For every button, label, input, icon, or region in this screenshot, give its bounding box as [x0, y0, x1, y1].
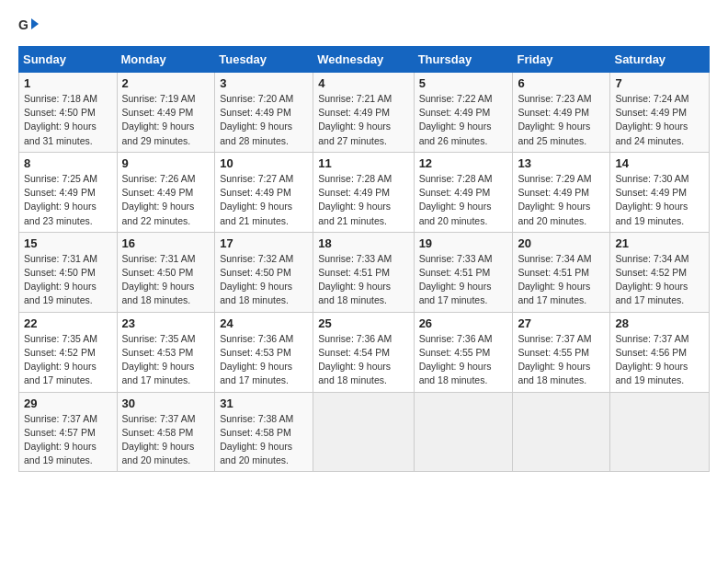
day-number: 20 — [518, 236, 605, 250]
day-number: 14 — [615, 156, 704, 170]
day-detail: Sunrise: 7:22 AMSunset: 4:49 PMDaylight:… — [419, 93, 493, 146]
day-detail: Sunrise: 7:35 AMSunset: 4:52 PMDaylight:… — [24, 333, 97, 386]
day-number: 26 — [419, 316, 508, 330]
day-number: 12 — [419, 156, 508, 170]
calendar-day-cell — [610, 392, 710, 472]
day-number: 18 — [318, 236, 408, 250]
calendar-day-cell: 25 Sunrise: 7:36 AMSunset: 4:54 PMDaylig… — [313, 312, 414, 392]
day-number: 29 — [24, 396, 112, 410]
day-number: 6 — [518, 76, 605, 90]
svg-text:G: G — [18, 17, 28, 32]
day-number: 19 — [419, 236, 508, 250]
day-detail: Sunrise: 7:36 AMSunset: 4:55 PMDaylight:… — [419, 333, 493, 386]
calendar-day-cell: 22 Sunrise: 7:35 AMSunset: 4:52 PMDaylig… — [19, 312, 118, 392]
calendar-day-cell: 3 Sunrise: 7:20 AMSunset: 4:49 PMDayligh… — [215, 73, 313, 153]
calendar-day-cell: 4 Sunrise: 7:21 AMSunset: 4:49 PMDayligh… — [313, 73, 414, 153]
weekday-header-cell: Wednesday — [313, 47, 414, 73]
day-detail: Sunrise: 7:21 AMSunset: 4:49 PMDaylight:… — [318, 93, 392, 146]
calendar-day-cell: 20 Sunrise: 7:34 AMSunset: 4:51 PMDaylig… — [513, 232, 610, 312]
calendar-week-row: 22 Sunrise: 7:35 AMSunset: 4:52 PMDaylig… — [19, 312, 710, 392]
calendar-day-cell: 12 Sunrise: 7:28 AMSunset: 4:49 PMDaylig… — [414, 152, 513, 232]
weekday-header-cell: Sunday — [19, 47, 118, 73]
calendar-day-cell: 15 Sunrise: 7:31 AMSunset: 4:50 PMDaylig… — [19, 232, 118, 312]
calendar-day-cell: 17 Sunrise: 7:32 AMSunset: 4:50 PMDaylig… — [215, 232, 313, 312]
day-number: 10 — [220, 156, 308, 170]
day-number: 7 — [615, 76, 704, 90]
day-number: 5 — [419, 76, 508, 90]
calendar-day-cell: 6 Sunrise: 7:23 AMSunset: 4:49 PMDayligh… — [513, 73, 610, 153]
calendar-week-row: 15 Sunrise: 7:31 AMSunset: 4:50 PMDaylig… — [19, 232, 710, 312]
calendar-day-cell: 8 Sunrise: 7:25 AMSunset: 4:49 PMDayligh… — [19, 152, 118, 232]
day-detail: Sunrise: 7:37 AMSunset: 4:56 PMDaylight:… — [615, 333, 688, 386]
day-detail: Sunrise: 7:28 AMSunset: 4:49 PMDaylight:… — [318, 173, 392, 226]
day-number: 9 — [122, 156, 210, 170]
calendar-day-cell: 23 Sunrise: 7:35 AMSunset: 4:53 PMDaylig… — [117, 312, 215, 392]
day-number: 13 — [518, 156, 605, 170]
day-detail: Sunrise: 7:33 AMSunset: 4:51 PMDaylight:… — [419, 253, 493, 306]
calendar-day-cell: 30 Sunrise: 7:37 AMSunset: 4:58 PMDaylig… — [117, 392, 215, 472]
day-detail: Sunrise: 7:34 AMSunset: 4:52 PMDaylight:… — [615, 253, 688, 306]
weekday-header-cell: Monday — [117, 47, 215, 73]
day-detail: Sunrise: 7:38 AMSunset: 4:58 PMDaylight:… — [220, 413, 293, 466]
weekday-header-cell: Saturday — [610, 47, 710, 73]
calendar-day-cell — [414, 392, 513, 472]
day-detail: Sunrise: 7:30 AMSunset: 4:49 PMDaylight:… — [615, 173, 688, 226]
day-detail: Sunrise: 7:20 AMSunset: 4:49 PMDaylight:… — [220, 93, 293, 146]
calendar-week-row: 8 Sunrise: 7:25 AMSunset: 4:49 PMDayligh… — [19, 152, 710, 232]
calendar-day-cell: 29 Sunrise: 7:37 AMSunset: 4:57 PMDaylig… — [19, 392, 118, 472]
weekday-header-cell: Thursday — [414, 47, 513, 73]
day-number: 23 — [122, 316, 210, 330]
day-number: 28 — [615, 316, 704, 330]
calendar-day-cell: 31 Sunrise: 7:38 AMSunset: 4:58 PMDaylig… — [215, 392, 313, 472]
weekday-header-cell: Friday — [513, 47, 610, 73]
page-header: G — [18, 15, 710, 35]
calendar-day-cell: 21 Sunrise: 7:34 AMSunset: 4:52 PMDaylig… — [610, 232, 710, 312]
calendar-day-cell: 2 Sunrise: 7:19 AMSunset: 4:49 PMDayligh… — [117, 73, 215, 153]
logo-icon: G — [18, 15, 39, 35]
day-detail: Sunrise: 7:24 AMSunset: 4:49 PMDaylight:… — [615, 93, 688, 146]
calendar-day-cell — [313, 392, 414, 472]
day-detail: Sunrise: 7:19 AMSunset: 4:49 PMDaylight:… — [122, 93, 196, 146]
day-detail: Sunrise: 7:36 AMSunset: 4:53 PMDaylight:… — [220, 333, 293, 386]
calendar-day-cell: 28 Sunrise: 7:37 AMSunset: 4:56 PMDaylig… — [610, 312, 710, 392]
calendar-day-cell: 16 Sunrise: 7:31 AMSunset: 4:50 PMDaylig… — [117, 232, 215, 312]
calendar-day-cell: 10 Sunrise: 7:27 AMSunset: 4:49 PMDaylig… — [215, 152, 313, 232]
calendar-day-cell — [513, 392, 610, 472]
day-number: 1 — [24, 76, 112, 90]
calendar-day-cell: 7 Sunrise: 7:24 AMSunset: 4:49 PMDayligh… — [610, 73, 710, 153]
calendar-day-cell: 1 Sunrise: 7:18 AMSunset: 4:50 PMDayligh… — [19, 73, 118, 153]
svg-marker-1 — [31, 18, 39, 29]
calendar-day-cell: 27 Sunrise: 7:37 AMSunset: 4:55 PMDaylig… — [513, 312, 610, 392]
day-number: 8 — [24, 156, 112, 170]
calendar-week-row: 29 Sunrise: 7:37 AMSunset: 4:57 PMDaylig… — [19, 392, 710, 472]
day-detail: Sunrise: 7:29 AMSunset: 4:49 PMDaylight:… — [518, 173, 591, 226]
day-detail: Sunrise: 7:31 AMSunset: 4:50 PMDaylight:… — [24, 253, 97, 306]
day-number: 27 — [518, 316, 605, 330]
day-number: 31 — [220, 396, 308, 410]
weekday-header-cell: Tuesday — [215, 47, 313, 73]
day-detail: Sunrise: 7:37 AMSunset: 4:55 PMDaylight:… — [518, 333, 591, 386]
day-number: 16 — [122, 236, 210, 250]
calendar-day-cell: 5 Sunrise: 7:22 AMSunset: 4:49 PMDayligh… — [414, 73, 513, 153]
calendar-day-cell: 9 Sunrise: 7:26 AMSunset: 4:49 PMDayligh… — [117, 152, 215, 232]
calendar-day-cell: 11 Sunrise: 7:28 AMSunset: 4:49 PMDaylig… — [313, 152, 414, 232]
day-number: 22 — [24, 316, 112, 330]
calendar-table: SundayMondayTuesdayWednesdayThursdayFrid… — [18, 46, 710, 472]
logo: G — [18, 15, 42, 35]
day-number: 21 — [615, 236, 704, 250]
day-number: 15 — [24, 236, 112, 250]
day-number: 24 — [220, 316, 308, 330]
day-detail: Sunrise: 7:32 AMSunset: 4:50 PMDaylight:… — [220, 253, 293, 306]
calendar-day-cell: 26 Sunrise: 7:36 AMSunset: 4:55 PMDaylig… — [414, 312, 513, 392]
day-number: 3 — [220, 76, 308, 90]
day-detail: Sunrise: 7:26 AMSunset: 4:49 PMDaylight:… — [122, 173, 196, 226]
day-detail: Sunrise: 7:28 AMSunset: 4:49 PMDaylight:… — [419, 173, 493, 226]
day-number: 2 — [122, 76, 210, 90]
day-detail: Sunrise: 7:18 AMSunset: 4:50 PMDaylight:… — [24, 93, 97, 146]
calendar-week-row: 1 Sunrise: 7:18 AMSunset: 4:50 PMDayligh… — [19, 73, 710, 153]
day-detail: Sunrise: 7:31 AMSunset: 4:50 PMDaylight:… — [122, 253, 196, 306]
day-detail: Sunrise: 7:37 AMSunset: 4:58 PMDaylight:… — [122, 413, 196, 466]
day-detail: Sunrise: 7:37 AMSunset: 4:57 PMDaylight:… — [24, 413, 97, 466]
day-number: 17 — [220, 236, 308, 250]
day-detail: Sunrise: 7:23 AMSunset: 4:49 PMDaylight:… — [518, 93, 591, 146]
